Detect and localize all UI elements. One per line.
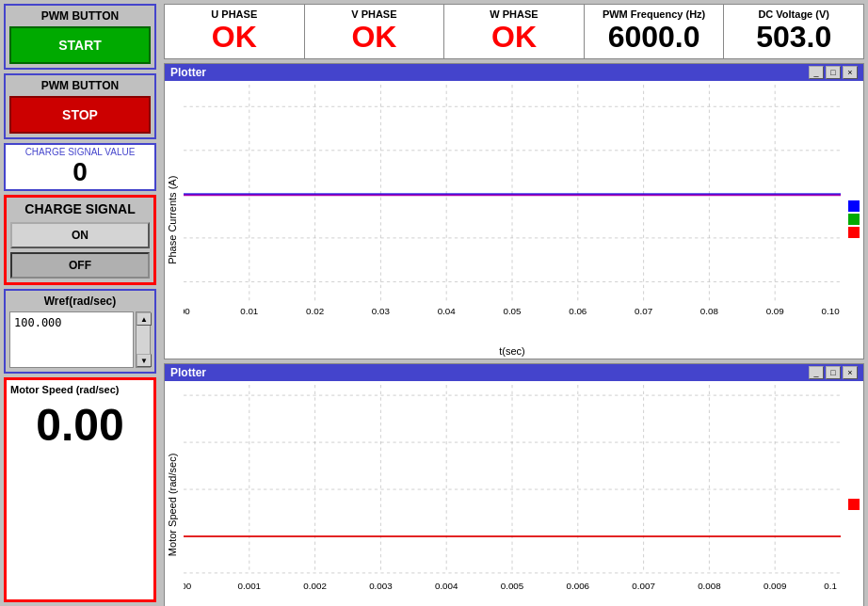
svg-text:0.10: 0.10 [822,306,841,316]
v-phase-cell: V PHASE OK [305,5,445,58]
start-button[interactable]: START [9,26,151,64]
plotter-2-legend [844,381,863,606]
svg-text:0.04: 0.04 [438,306,457,316]
plotter-1-svg: 10 5 0 -5 -10 .00 0.01 0.02 [184,85,841,325]
pwm-button-1-title: PWM BUTTON [9,9,151,23]
charge-signal-on-button[interactable]: ON [10,222,150,248]
plotter-1-legend [844,81,863,359]
svg-text:0.008: 0.008 [698,580,721,590]
wref-scroll-up[interactable]: ▲ [137,312,152,326]
v-phase-label: V PHASE [313,8,437,20]
charge-signal-title: CHARGE SIGNAL [10,201,150,216]
svg-text:0.02: 0.02 [306,306,324,316]
plotter-1-y-label: Phase Currents (A) [165,81,180,359]
pwm-freq-label: PWM Frequency (Hz) [592,8,716,20]
plotter-1-title: Plotter [170,66,206,79]
svg-text:0.03: 0.03 [372,306,391,316]
motor-speed-section: Motor Speed (rad/sec) 0.00 [4,377,156,602]
svg-text:.00: .00 [184,306,190,316]
svg-text:0.007: 0.007 [632,580,654,590]
svg-text:0.06: 0.06 [569,306,587,316]
w-phase-cell: W PHASE OK [444,5,585,58]
u-phase-cell: U PHASE OK [165,5,305,58]
dc-voltage-value: 503.0 [731,20,856,55]
motor-speed-label: Motor Speed (rad/sec) [10,384,150,395]
legend-item-1 [848,200,860,212]
svg-text:0.006: 0.006 [567,580,590,590]
plotter-2-minimize[interactable]: _ [809,366,824,379]
left-panel: PWM BUTTON START PWM BUTTON STOP CHARGE … [0,0,160,606]
svg-text:0.05: 0.05 [503,306,522,316]
svg-text:0.01: 0.01 [240,306,259,316]
svg-text:000: 000 [184,580,192,590]
svg-text:0.009: 0.009 [764,580,787,590]
legend-item-3 [848,227,860,238]
w-phase-value: OK [452,20,576,55]
legend-color-1 [848,200,860,212]
legend-color-2 [848,214,860,225]
pwm-button-start-section: PWM BUTTON START [4,4,156,70]
svg-text:0.09: 0.09 [766,306,785,316]
right-panel: U PHASE OK V PHASE OK W PHASE OK PWM Fre… [160,0,868,606]
plotter-1-chart: 10 5 0 -5 -10 .00 0.01 0.02 [180,81,844,343]
pwm-button-2-title: PWM BUTTON [9,79,151,92]
u-phase-label: U PHASE [172,8,297,20]
charge-signal-value-box: CHARGE SIGNAL VALUE 0 [4,143,156,191]
plotter-2-y-label: Motor Speed (rad/sec) [165,381,180,606]
charge-signal-off-button[interactable]: OFF [10,252,150,279]
pwm-button-stop-section: PWM BUTTON STOP [4,73,156,139]
status-bar: U PHASE OK V PHASE OK W PHASE OK PWM Fre… [164,4,864,59]
plotter-1-window: Plotter _ □ × Phase Currents (A) [164,63,864,359]
plotter-2-chart: 150 100 50 0 -50 000 0.001 0.002 0.003 [180,381,844,606]
plotter-1-minimize[interactable]: _ [809,66,824,79]
u-phase-value: OK [172,20,297,55]
svg-text:0.003: 0.003 [369,580,393,590]
v-phase-value: OK [313,20,437,55]
pwm-freq-value: 6000.0 [592,20,716,55]
svg-text:0.004: 0.004 [435,580,458,590]
svg-text:0.07: 0.07 [635,306,652,316]
plotter-2-svg: 150 100 50 0 -50 000 0.001 0.002 0.003 [184,385,841,594]
charge-signal-value-number: 0 [9,157,151,187]
wref-input-area: 100.000 ▲ ▼ [9,311,151,368]
plotter-1-restore[interactable]: □ [826,66,841,79]
charge-signal-section: CHARGE SIGNAL ON OFF [4,195,156,285]
legend-item-2 [848,214,860,225]
plotter-2-content: Motor Speed (rad/sec) [165,381,863,606]
w-phase-label: W PHASE [452,8,576,20]
legend-item-red [848,499,860,510]
plotter-2-restore[interactable]: □ [826,366,841,379]
svg-text:0.005: 0.005 [501,580,524,590]
stop-button[interactable]: STOP [9,96,151,134]
wref-section: Wref(rad/sec) 100.000 ▲ ▼ [4,289,156,374]
plotter-2-buttons: _ □ × [809,366,858,379]
plotter-1-close[interactable]: × [843,66,858,79]
plotter-1-buttons: _ □ × [809,66,858,79]
svg-text:0.08: 0.08 [700,306,719,316]
wref-scroll-down[interactable]: ▼ [137,354,152,367]
svg-text:0.001: 0.001 [238,580,262,590]
wref-input[interactable]: 100.000 [9,311,134,368]
wref-title: Wref(rad/sec) [9,295,151,308]
plotter-2-window: Plotter _ □ × Motor Speed (rad/sec) [164,363,864,606]
wref-scrollbar: ▲ ▼ [136,311,151,368]
plotter-2-close[interactable]: × [843,366,858,379]
dc-voltage-cell: DC Voltage (V) 503.0 [724,5,863,58]
legend-color-3 [848,227,860,238]
pwm-freq-cell: PWM Frequency (Hz) 6000.0 [585,5,725,58]
plotter-1-content: Phase Currents (A) [165,81,863,359]
charge-signal-value-label: CHARGE SIGNAL VALUE [9,147,151,157]
svg-text:0.1: 0.1 [824,580,837,590]
plotter-1-titlebar: Plotter _ □ × [165,64,863,81]
plotter-2-title: Plotter [170,366,206,379]
dc-voltage-label: DC Voltage (V) [731,8,856,20]
plotter-2-titlebar: Plotter _ □ × [165,364,863,381]
plotter-1-x-label: t(sec) [180,343,844,359]
motor-speed-value: 0.00 [10,399,150,451]
svg-text:0.002: 0.002 [303,580,326,590]
legend-color-red [848,499,860,510]
